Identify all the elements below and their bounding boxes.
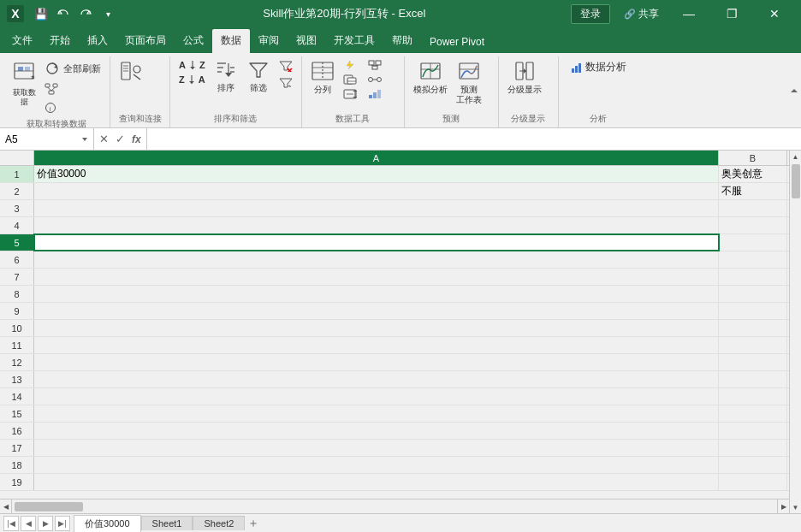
- sort-az-button[interactable]: A Z: [175, 58, 209, 72]
- minimize-button[interactable]: —: [669, 0, 709, 27]
- remove-duplicates-button[interactable]: [340, 73, 363, 86]
- get-data-button[interactable]: 获取数据: [9, 56, 39, 109]
- tab-help[interactable]: 帮助: [383, 29, 421, 53]
- col-header-b[interactable]: B: [719, 151, 787, 165]
- ribbon-collapse-button[interactable]: [787, 53, 801, 128]
- flash-fill-button[interactable]: [340, 58, 363, 72]
- tab-review[interactable]: 审阅: [250, 29, 288, 53]
- row-num-11[interactable]: 11: [0, 337, 34, 353]
- cell-b8[interactable]: [719, 286, 787, 302]
- tab-file[interactable]: 文件: [3, 29, 41, 53]
- cell-b6[interactable]: [719, 251, 787, 268]
- cell-a1[interactable]: 价值30000: [34, 166, 719, 182]
- tab-page-layout[interactable]: 页面布局: [116, 29, 175, 53]
- tab-data[interactable]: 数据: [212, 29, 250, 53]
- cancel-formula-button[interactable]: ✕: [98, 133, 110, 145]
- filter-button[interactable]: 筛选: [243, 56, 274, 96]
- tab-view[interactable]: 视图: [288, 29, 325, 53]
- sheet-tab-2[interactable]: Sheet2: [193, 516, 245, 530]
- row-num-6[interactable]: 6: [0, 251, 34, 268]
- row-num-7[interactable]: 7: [0, 269, 34, 285]
- cell-a9[interactable]: [34, 303, 719, 319]
- reapply-filter-button[interactable]: [276, 75, 296, 91]
- cell-a7[interactable]: [34, 269, 719, 285]
- cell-b1[interactable]: 奥美创意: [719, 166, 787, 182]
- tab-home[interactable]: 开始: [41, 29, 79, 53]
- cell-a4[interactable]: [34, 217, 719, 233]
- close-button[interactable]: ✕: [755, 0, 794, 27]
- cell-b12[interactable]: [719, 354, 787, 370]
- sheet-nav-first[interactable]: |◀: [3, 516, 19, 531]
- add-sheet-button[interactable]: ＋: [245, 516, 262, 531]
- row-num-1[interactable]: 1: [0, 166, 34, 182]
- restore-button[interactable]: ❐: [712, 0, 751, 27]
- row-num-14[interactable]: 14: [0, 388, 34, 405]
- sort-za-button[interactable]: Z A: [175, 73, 209, 86]
- consolidate-button[interactable]: [365, 58, 385, 72]
- cell-a3[interactable]: [34, 200, 719, 216]
- col-a-resize[interactable]: [715, 151, 721, 165]
- cell-a13[interactable]: [34, 371, 719, 387]
- cell-b4[interactable]: [719, 217, 787, 233]
- cell-a12[interactable]: [34, 354, 719, 370]
- queries-connections-button[interactable]: [116, 56, 146, 86]
- properties-button[interactable]: i: [41, 99, 104, 116]
- share-button[interactable]: 🔗 共享: [617, 0, 666, 27]
- tab-power-pivot[interactable]: Power Pivot: [421, 32, 493, 53]
- h-scroll-right-button[interactable]: ▶: [777, 499, 789, 513]
- cell-b5[interactable]: [719, 234, 787, 251]
- refresh-all-button[interactable]: 全部刷新: [41, 58, 104, 79]
- cell-b10[interactable]: [719, 320, 787, 336]
- cell-b11[interactable]: [719, 337, 787, 353]
- cell-a8[interactable]: [34, 286, 719, 302]
- tab-formulas[interactable]: 公式: [175, 29, 212, 53]
- cell-a6[interactable]: [34, 251, 719, 268]
- cell-b3[interactable]: [719, 200, 787, 216]
- h-scroll-left-button[interactable]: ◀: [0, 499, 12, 513]
- cell-b9[interactable]: [719, 303, 787, 319]
- sheet-nav-next[interactable]: ▶: [38, 516, 53, 531]
- cell-a5[interactable]: [34, 234, 719, 251]
- tab-developer[interactable]: 开发工具: [325, 29, 383, 53]
- row-num-8[interactable]: 8: [0, 286, 34, 302]
- data-validation-button[interactable]: [340, 87, 363, 101]
- row-num-10[interactable]: 10: [0, 320, 34, 336]
- col-header-a[interactable]: A: [34, 151, 719, 165]
- quick-access-more-button[interactable]: ▾: [98, 3, 118, 24]
- v-scroll-thumb[interactable]: [792, 164, 800, 198]
- save-button[interactable]: 💾: [31, 3, 51, 24]
- cell-b14[interactable]: [719, 388, 787, 405]
- tab-insert[interactable]: 插入: [79, 29, 116, 53]
- undo-button[interactable]: [53, 3, 74, 24]
- text-to-columns-button[interactable]: 分列: [307, 56, 338, 98]
- data-analysis-button[interactable]: 数据分析: [564, 56, 633, 78]
- cell-b7[interactable]: [719, 269, 787, 285]
- v-scroll-up-button[interactable]: ▲: [790, 151, 801, 163]
- sheet-tab-1[interactable]: Sheet1: [141, 516, 193, 530]
- sort-button[interactable]: 排序: [211, 56, 241, 96]
- v-scroll-down-button[interactable]: ▼: [790, 501, 801, 513]
- cell-a14[interactable]: [34, 388, 719, 405]
- row-num-4[interactable]: 4: [0, 217, 34, 233]
- cell-a2[interactable]: [34, 183, 719, 199]
- sheet-nav-last[interactable]: ▶|: [55, 516, 70, 531]
- h-scroll-thumb[interactable]: [15, 502, 83, 511]
- sheet-nav-prev[interactable]: ◀: [21, 516, 36, 531]
- row-num-5[interactable]: 5: [0, 234, 34, 251]
- whatif-analysis-button[interactable]: 模拟分析: [410, 56, 451, 98]
- row-num-2[interactable]: 2: [0, 183, 34, 199]
- row-num-13[interactable]: 13: [0, 371, 34, 387]
- forecast-sheet-button[interactable]: 预测工作表: [453, 56, 485, 108]
- insert-function-button[interactable]: fx: [130, 133, 143, 145]
- accept-formula-button[interactable]: ✓: [114, 133, 127, 145]
- row-num-3[interactable]: 3: [0, 200, 34, 216]
- login-button[interactable]: 登录: [571, 4, 610, 24]
- manage-data-model-button[interactable]: [365, 87, 385, 101]
- cell-a11[interactable]: [34, 337, 719, 353]
- relationships-button[interactable]: [365, 73, 385, 86]
- clear-filter-button[interactable]: [276, 58, 296, 74]
- sheet-tab-value[interactable]: 价值30000: [74, 515, 141, 532]
- redo-button[interactable]: [75, 3, 96, 24]
- cell-a10[interactable]: [34, 320, 719, 336]
- cell-b2[interactable]: 不服: [719, 183, 787, 199]
